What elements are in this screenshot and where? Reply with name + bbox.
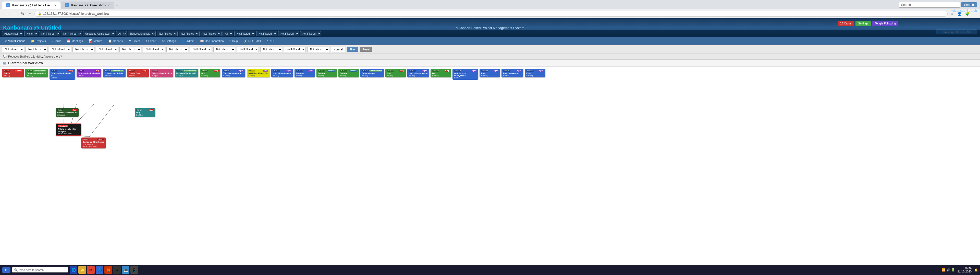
filter-2[interactable]: Not Filtered — [61, 31, 82, 36]
taskbar-sound-icon[interactable]: 🔊 — [946, 268, 950, 272]
card-bos15[interactable]: BOS15 Enhancement Enhancement Backlog — [360, 69, 384, 77]
taskbar-app1-icon[interactable]: 🔵 — [96, 266, 103, 274]
filter2-14[interactable]: Not Filtered — [307, 47, 329, 52]
sub-card-teal[interactable]: SUB2 Bug Bug Backlog — [135, 108, 155, 117]
normal-button[interactable]: Normal — [331, 47, 345, 52]
filter2-2[interactable]: Not Filtered — [25, 47, 48, 52]
card-osf8[interactable]: OSF8 Enhancement Enhancement-ID-D Define… — [103, 69, 125, 77]
card-osf10[interactable]: OSF10 Enhancement RebeccaShaffield-13 An… — [175, 69, 198, 77]
card-bos19[interactable]: BOS19 Epic card to send anonymous Backlo… — [452, 69, 478, 80]
filter2-7[interactable]: Not Filtered — [143, 47, 165, 52]
address-box[interactable]: 🔒 192.168.1.77:8081/visuals/hierarchical… — [35, 11, 948, 17]
card-osf7[interactable]: OSF7 Bug RebeccaShaffield-ID-D Defined — [76, 69, 102, 77]
card-detect[interactable]: BOS5 Defect Detect Backlog — [2, 69, 24, 77]
nav-cards[interactable]: ▪ Cards — [49, 38, 64, 44]
start-button[interactable]: ⊞ — [2, 267, 11, 273]
nav-rest-api[interactable]: ⚡ REST API — [241, 38, 263, 44]
defect-card[interactable]: DEF1 Defect Design and front page Develo… — [81, 138, 106, 149]
nav-settings[interactable]: ⚙ Settings — [159, 38, 179, 44]
filter-all-2[interactable]: All — [223, 31, 233, 36]
taskbar-app3-icon[interactable]: 💻 — [122, 266, 129, 274]
filter-7[interactable]: Not Filtered — [256, 31, 277, 36]
nav-reports[interactable]: 📋 Reports — [106, 38, 126, 44]
taskbar-clock[interactable]: 19:56 11/10/2020 — [958, 267, 972, 273]
filter-hierarchical[interactable]: Hierarchical — [2, 31, 23, 36]
card-bos21[interactable]: BOS21 Epic Epic anonymous Backlog — [501, 69, 523, 77]
home-button[interactable]: ⌂ — [27, 11, 33, 17]
taskbar-app4-icon[interactable]: 📱 — [130, 266, 138, 274]
card-bos16[interactable]: BOS16 Bug Bug Backlog — [385, 69, 406, 77]
filter2-3[interactable]: Not Filtered — [49, 47, 71, 52]
card-osf6[interactable]: OSF6 RebeccaShaffield-13 Analysis — [150, 69, 173, 77]
filter-untagged[interactable]: Untagged-Completed — [83, 31, 115, 36]
following-button[interactable]: Toggle Following — [872, 21, 898, 26]
search-button[interactable]: Search — [961, 2, 977, 7]
taskbar-wifi-icon[interactable]: 📶 — [942, 268, 945, 272]
nav-filters[interactable]: ▼ Filters — [126, 38, 143, 44]
filter-5[interactable]: Not Filtered — [200, 31, 221, 36]
card-bos22[interactable]: BOS22 Epic Epic Backlog — [525, 69, 545, 77]
card-rebecca-13[interactable]: BOS1 Bug RebeccaShaffield-ID-13 Defined — [49, 69, 75, 80]
taskbar-battery-icon[interactable]: 🔋 — [951, 268, 955, 272]
back-button[interactable]: ← — [2, 11, 9, 17]
nav-help[interactable]: ? Help — [227, 38, 240, 44]
filter2-5[interactable]: Not Filtered — [96, 47, 118, 52]
card-bos7[interactable]: BOS7 Epic This is a paragraph... Backlog — [222, 69, 245, 77]
taskbar-search-input[interactable] — [19, 269, 65, 272]
filter2-6[interactable]: Not Filtered — [119, 47, 142, 52]
nav-projects[interactable]: 📁 Projects — [28, 38, 48, 44]
sub-card-1[interactable]: SUB1 Bug RebeccaShaffield-16 Untagged — [56, 108, 79, 117]
tab-inactive[interactable]: K Kanbanara / Screenshots × — [61, 2, 114, 9]
taskbar-app2-icon[interactable]: ⚙ — [113, 266, 121, 274]
filter2-1[interactable]: Not Filtered — [2, 47, 24, 52]
card-enhancement-11[interactable]: BOS9 Enhancement Enhancement-ID-11 Backl… — [25, 69, 48, 77]
filter-1[interactable]: Not Filtered — [39, 31, 60, 36]
filter2-4[interactable]: Not Filtered — [73, 47, 94, 52]
tab-close-1[interactable]: × — [54, 3, 56, 7]
taskbar-firefox-icon[interactable]: 🦊 — [104, 266, 112, 274]
adv-search-link[interactable]: Advanced Search — [899, 9, 977, 13]
reset-button[interactable]: Reset — [360, 47, 372, 52]
filter-user[interactable]: RebeccaShaffield — [128, 31, 156, 36]
filter2-8[interactable]: Not Filtered — [166, 47, 188, 52]
new-tab-button[interactable]: + — [115, 2, 119, 9]
card-bos14[interactable]: BOS14 Feature Feature Backlog — [339, 69, 359, 77]
blocked-card[interactable]: Blocked This is a child with Analysis Re… — [56, 123, 81, 136]
filter-6[interactable]: Not Filtered — [234, 31, 255, 36]
taskbar-edge-icon[interactable]: 🌐 — [70, 266, 77, 274]
nav-ksf[interactable]: K KSF — [264, 38, 277, 44]
adv-search-input[interactable] — [899, 2, 960, 8]
filter-8[interactable]: Not Filtered — [278, 31, 299, 36]
card-bos18[interactable]: BOS18 Bug Bug Backlog — [431, 69, 451, 77]
tab-close-2[interactable]: × — [108, 3, 110, 7]
refresh-button[interactable]: ↻ — [19, 11, 26, 17]
card-bos20[interactable]: BOS20 Epic Epic Backlog — [479, 69, 500, 77]
nav-metrics[interactable]: 📊 Metrics — [86, 38, 105, 44]
card-bos13[interactable]: BOS13 Feature Feature Backlog — [317, 69, 337, 77]
nav-admin[interactable]: 👤 Admin — [179, 38, 197, 44]
filter2-11[interactable]: Not Filtered — [237, 47, 259, 52]
nav-visualisations[interactable]: ◎ Visualisations — [2, 38, 28, 44]
cards-count-button[interactable]: 28 Cards — [838, 21, 854, 26]
card-osf9[interactable]: OSF9 Bug Point a Bug Defined — [127, 69, 149, 77]
nav-export[interactable]: ↑ Export — [143, 38, 159, 44]
taskbar-mail-icon[interactable]: ✉ — [87, 266, 95, 274]
card-s0171[interactable]: S0171 Epic S0171bce12pa0123c Backlog — [247, 69, 270, 77]
filter-all-1[interactable]: All — [116, 31, 127, 36]
taskbar-search-box[interactable]: 🔍 — [12, 267, 68, 272]
card-bos12[interactable]: BOS12 Epic Backlog Backlog — [294, 69, 315, 77]
filter-none[interactable]: None — [24, 31, 38, 36]
forward-button[interactable]: → — [11, 11, 18, 17]
tab-active[interactable]: K Kanbanara @ Untitled - Hie... × — [2, 2, 60, 9]
filter2-12[interactable]: Not Filtered — [260, 47, 282, 52]
filter2-10[interactable]: Not Filtered — [213, 47, 235, 52]
card-bos11[interactable]: BOS11 Epic card with comment Backlog — [271, 69, 293, 77]
card-bos17[interactable]: BOS17 Epic card with comment Backlog — [407, 69, 429, 77]
filter-button[interactable]: Filter — [347, 47, 358, 52]
filter2-13[interactable]: Not Filtered — [284, 47, 306, 52]
filter2-9[interactable]: Not Filtered — [190, 47, 212, 52]
card-bos6[interactable]: BOS6 Bug Bug Backlog — [200, 69, 220, 77]
nav-meetings[interactable]: 📅 Meetings — [64, 38, 86, 44]
taskbar-notification-icon[interactable]: 🔔 — [974, 268, 978, 272]
nav-documentation[interactable]: 📖 Documentation — [197, 38, 226, 44]
